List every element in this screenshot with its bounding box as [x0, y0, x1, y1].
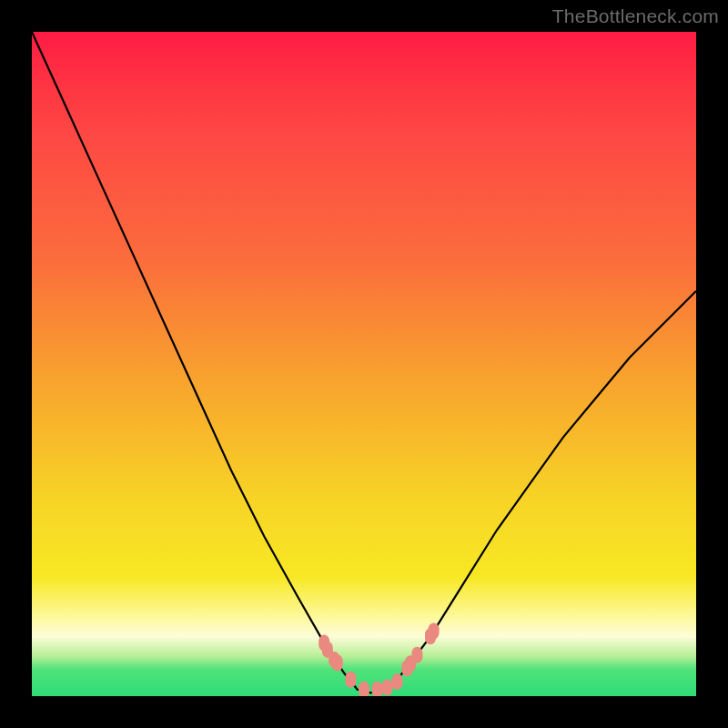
marker-node [345, 672, 356, 688]
marker-node [392, 673, 403, 690]
marker-node [332, 655, 343, 672]
marker-node [359, 682, 369, 696]
marker-node [372, 682, 383, 696]
outer-black-frame: TheBottleneck.com [0, 0, 728, 728]
marker-node [411, 647, 422, 663]
watermark-text: TheBottleneck.com [552, 5, 719, 27]
marker-group [318, 623, 439, 697]
curve-line [32, 32, 696, 693]
marker-node [429, 623, 440, 640]
marker-node [382, 680, 393, 696]
chart-overlay-svg [32, 32, 696, 696]
